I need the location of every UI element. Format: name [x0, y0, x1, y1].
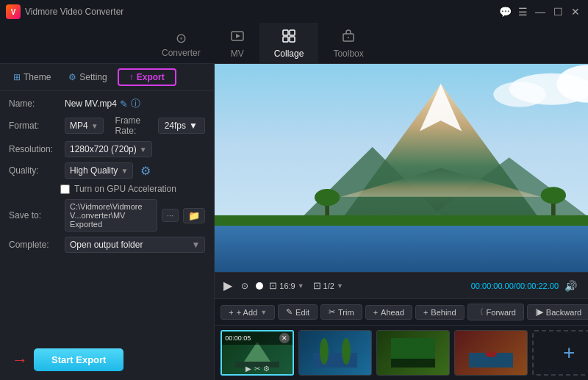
theme-icon: ⊞ — [13, 72, 21, 82]
thumb-1-play[interactable]: ▶ — [245, 365, 251, 373]
trim-label: Trim — [338, 308, 354, 317]
tab-mv[interactable]: MV — [215, 23, 259, 63]
quality-gear-icon[interactable]: ⚙ — [140, 164, 151, 178]
filmstrip: 00:00:05 ✕ ▶ ✂ ⚙ — [215, 325, 588, 380]
format-arrow: ▼ — [91, 122, 98, 130]
resolution-select[interactable]: 1280x720 (720p) ▼ — [65, 141, 152, 157]
tab-mv-label: MV — [231, 49, 244, 59]
export-icon: ↑ — [129, 72, 134, 82]
close-btn[interactable]: ✕ — [569, 5, 582, 18]
trim-button[interactable]: ✂ Trim — [320, 304, 362, 320]
edit-icon: ✎ — [286, 307, 293, 317]
title-bar-left: V Vidmore Video Converter — [6, 4, 123, 19]
stop-button[interactable]: ⊙ — [240, 279, 250, 293]
thumb-1-overlay: 00:00:05 ✕ — [222, 331, 293, 345]
mv-icon — [230, 29, 245, 47]
app-title: Vidmore Video Converter — [25, 7, 123, 17]
app-icon: V — [6, 4, 21, 19]
maximize-btn[interactable]: ☐ — [551, 5, 564, 18]
complete-value: Open output folder — [70, 240, 143, 250]
add-icon: + — [229, 308, 233, 317]
add-button[interactable]: + + Add ▼ — [220, 305, 275, 320]
thumb-2-bg — [299, 331, 371, 375]
minimize-btn[interactable]: — — [534, 5, 547, 18]
film-thumb-1[interactable]: 00:00:05 ✕ ▶ ✂ ⚙ — [220, 330, 294, 376]
ahead-icon: + — [373, 308, 378, 317]
behind-button[interactable]: + Behind — [415, 305, 465, 320]
chat-btn[interactable]: 💬 — [498, 5, 512, 18]
tab-toolbox[interactable]: Toolbox — [318, 23, 378, 63]
sub-nav-theme[interactable]: ⊞ Theme — [6, 69, 58, 85]
frame-rate-select[interactable]: 24fps ▼ — [158, 118, 206, 134]
ratio-icon: ⊡ — [269, 280, 277, 291]
sub-nav: ⊞ Theme ⚙ Setting ↑ Export — [0, 64, 214, 91]
clip-selector[interactable]: ⊡ 1/2 ▼ — [313, 280, 343, 291]
thumb-1-cut[interactable]: ✂ — [254, 365, 260, 373]
menu-btn[interactable]: ☰ — [516, 5, 529, 18]
thumb-4-bg — [455, 331, 527, 375]
ahead-button[interactable]: + Ahead — [365, 305, 412, 320]
volume-icon[interactable]: 🔊 — [564, 280, 577, 292]
right-panel: ▶ ⊙ ⊡ 16:9 ▼ ⊡ 1/2 ▼ 00:00:00.00/00:00:2… — [215, 64, 588, 380]
forward-label: Forward — [487, 308, 516, 317]
edit-button[interactable]: ✎ Edit — [278, 304, 318, 320]
svg-point-26 — [342, 338, 351, 365]
format-select[interactable]: MP4 ▼ — [65, 118, 104, 134]
svg-point-25 — [320, 338, 329, 365]
add-thumb-button[interactable]: + — [532, 330, 588, 376]
browse-dots-btn[interactable]: ··· — [162, 209, 179, 222]
quality-value: High Quality — [70, 165, 118, 176]
complete-select[interactable]: Open output folder ▼ — [65, 237, 205, 253]
resolution-label: Resolution: — [9, 144, 60, 154]
resolution-value: 1280x720 (720p) — [70, 144, 137, 154]
svg-point-16 — [315, 189, 340, 206]
format-row: Format: MP4 ▼ Frame Rate: 24fps ▼ — [9, 115, 205, 136]
quality-label: Quality: — [9, 165, 60, 176]
export-button[interactable]: ↑ Export — [118, 68, 176, 86]
svg-rect-28 — [391, 359, 435, 368]
ratio-selector[interactable]: ⊡ 16:9 ▼ — [269, 280, 304, 291]
save-to-label: Save to: — [9, 210, 60, 221]
clip-arrow: ▼ — [337, 282, 343, 290]
film-thumb-4[interactable] — [454, 330, 528, 376]
svg-rect-21 — [215, 215, 588, 226]
gpu-label: Turn on GPU Acceleration — [74, 184, 176, 194]
tab-collage[interactable]: Collage — [259, 23, 319, 63]
forward-icon: 〈 — [476, 306, 484, 318]
quality-select[interactable]: High Quality ▼ — [65, 162, 133, 179]
start-export-area: → Start Export — [0, 340, 214, 380]
svg-point-18 — [541, 187, 566, 204]
quality-row: Quality: High Quality ▼ ⚙ — [9, 162, 205, 179]
backward-button[interactable]: |▶ Backward — [527, 304, 588, 320]
forward-button[interactable]: 〈 Forward — [467, 304, 524, 320]
red-arrow-indicator: → — [12, 351, 28, 370]
svg-point-10 — [494, 82, 547, 107]
export-label: Export — [137, 72, 165, 82]
frame-rate-value: 24fps — [165, 121, 186, 131]
play-button[interactable]: ▶ — [222, 277, 234, 294]
gpu-checkbox[interactable] — [60, 184, 70, 194]
tab-converter-label: Converter — [162, 48, 201, 58]
complete-row: Complete: Open output folder ▼ — [9, 237, 205, 253]
clip-icon: ⊡ — [313, 280, 321, 291]
start-export-button[interactable]: Start Export — [34, 348, 123, 371]
backward-label: Backward — [546, 308, 581, 317]
svg-rect-4 — [290, 37, 295, 42]
thumb-1-close[interactable]: ✕ — [279, 333, 290, 343]
theme-label: Theme — [24, 72, 51, 82]
svg-rect-1 — [283, 30, 288, 35]
film-thumb-3[interactable] — [376, 330, 450, 376]
ratio-arrow: ▼ — [298, 282, 304, 290]
name-edit-icon[interactable]: ✎ — [120, 98, 128, 110]
film-thumb-2[interactable] — [298, 330, 372, 376]
sub-nav-setting[interactable]: ⚙ Setting — [61, 69, 114, 85]
resolution-row: Resolution: 1280x720 (720p) ▼ — [9, 141, 205, 157]
progress-indicator — [256, 282, 263, 290]
tab-converter[interactable]: ⊙ Converter — [147, 23, 215, 63]
folder-btn[interactable]: 📁 — [183, 208, 205, 223]
name-info-icon[interactable]: ⓘ — [131, 97, 140, 110]
left-panel: ⊞ Theme ⚙ Setting ↑ Export Name: New MV.… — [0, 64, 215, 380]
clip-value: 1/2 — [323, 282, 334, 290]
title-bar: V Vidmore Video Converter 💬 ☰ — ☐ ✕ — [0, 0, 588, 24]
thumb-1-settings[interactable]: ⚙ — [263, 365, 270, 373]
